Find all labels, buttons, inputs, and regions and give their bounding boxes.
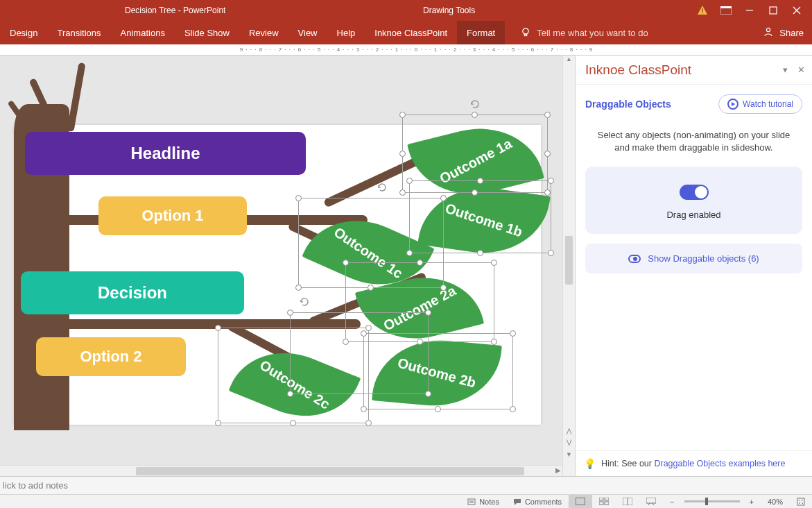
panel-description: Select any objects (non-animating) on yo… bbox=[576, 119, 812, 167]
resize-handle[interactable] bbox=[399, 112, 406, 118]
resize-handle[interactable] bbox=[491, 260, 497, 266]
scroll-down-icon[interactable]: ▼ bbox=[563, 451, 575, 462]
resize-handle[interactable] bbox=[548, 178, 554, 184]
close-icon[interactable] bbox=[791, 5, 802, 16]
tab-view[interactable]: View bbox=[288, 21, 327, 44]
maximize-icon[interactable] bbox=[768, 5, 779, 16]
resize-handle[interactable] bbox=[365, 420, 372, 426]
watch-tutorial-button[interactable]: Watch tutorial bbox=[718, 94, 802, 114]
resize-handle[interactable] bbox=[406, 178, 413, 184]
resize-handle[interactable] bbox=[510, 330, 516, 337]
scrollbar-thumb[interactable] bbox=[565, 236, 573, 285]
notes-button[interactable]: Notes bbox=[460, 495, 506, 508]
drag-enabled-toggle[interactable] bbox=[680, 185, 709, 200]
resize-handle[interactable] bbox=[287, 310, 293, 316]
zoom-level[interactable]: 40% bbox=[761, 495, 790, 508]
svg-rect-15 bbox=[605, 498, 609, 500]
comments-button[interactable]: Comments bbox=[506, 495, 569, 508]
hint-link[interactable]: Draggable Objects examples here bbox=[654, 459, 785, 468]
option1-text: Option 1 bbox=[141, 207, 203, 225]
tab-transitions[interactable]: Transitions bbox=[47, 21, 110, 44]
horizontal-scrollbar[interactable]: ▶ bbox=[0, 465, 562, 476]
rotate-handle-icon[interactable] bbox=[377, 182, 388, 193]
resize-handle[interactable] bbox=[440, 195, 447, 201]
resize-handle[interactable] bbox=[544, 112, 551, 118]
eye-icon bbox=[628, 255, 641, 263]
resize-handle[interactable] bbox=[477, 250, 483, 256]
svg-rect-20 bbox=[646, 498, 656, 503]
resize-handle[interactable] bbox=[477, 178, 483, 184]
zoom-slider-thumb[interactable] bbox=[705, 498, 708, 505]
play-icon bbox=[727, 99, 738, 110]
tab-format[interactable]: Format bbox=[457, 21, 505, 44]
resize-handle[interactable] bbox=[290, 420, 296, 426]
decision-box[interactable]: Decision bbox=[21, 271, 244, 314]
next-slide-icon[interactable]: ⋁ bbox=[563, 439, 575, 450]
option1-box[interactable]: Option 1 bbox=[98, 196, 247, 235]
fit-to-window-button[interactable] bbox=[790, 495, 812, 508]
status-bar: Notes Comments − + 40% bbox=[0, 494, 812, 508]
tab-animations[interactable]: Animations bbox=[111, 21, 175, 44]
tell-me-search[interactable]: Tell me what you want to do bbox=[520, 27, 648, 38]
hint-prefix: Hint: See our bbox=[601, 459, 654, 468]
rotate-handle-icon[interactable] bbox=[469, 99, 481, 110]
drag-enabled-label: Drag enabled bbox=[592, 210, 795, 220]
slideshow-view-button[interactable] bbox=[639, 495, 663, 508]
resize-handle[interactable] bbox=[343, 260, 349, 266]
resize-handle[interactable] bbox=[510, 406, 516, 412]
scroll-right-icon[interactable]: ▶ bbox=[555, 466, 561, 474]
reading-view-button[interactable] bbox=[616, 495, 639, 508]
rotate-handle-icon[interactable] bbox=[299, 296, 310, 307]
tab-help[interactable]: Help bbox=[327, 21, 365, 44]
option2-text: Option 2 bbox=[80, 348, 141, 366]
svg-rect-9 bbox=[525, 34, 527, 36]
panel-close-icon[interactable]: ✕ bbox=[797, 65, 805, 75]
resize-handle[interactable] bbox=[544, 151, 551, 157]
svg-rect-5 bbox=[770, 7, 777, 14]
slide-editing-area[interactable]: Headline Option 1 Decision Option 2 Outc… bbox=[0, 56, 562, 476]
svg-rect-16 bbox=[599, 502, 603, 505]
comments-icon bbox=[513, 498, 521, 506]
notes-icon bbox=[467, 498, 476, 506]
selection-box[interactable] bbox=[218, 328, 369, 423]
slide-sorter-view-button[interactable] bbox=[592, 495, 616, 508]
ribbon-display-options-icon[interactable] bbox=[720, 5, 732, 16]
tab-slideshow[interactable]: Slide Show bbox=[175, 21, 239, 44]
resize-handle[interactable] bbox=[215, 420, 221, 426]
resize-handle[interactable] bbox=[365, 325, 372, 331]
tab-review[interactable]: Review bbox=[239, 21, 288, 44]
notes-pane[interactable]: lick to add notes bbox=[0, 476, 812, 494]
resize-handle[interactable] bbox=[548, 250, 554, 256]
svg-rect-14 bbox=[599, 498, 603, 500]
warning-icon[interactable] bbox=[697, 5, 708, 16]
comments-label: Comments bbox=[525, 498, 562, 506]
scroll-up-icon[interactable]: ▲ bbox=[563, 56, 575, 67]
zoom-in-button[interactable]: + bbox=[743, 495, 761, 508]
resize-handle[interactable] bbox=[295, 285, 302, 291]
share-button[interactable]: Share bbox=[779, 28, 804, 38]
scrollbar-thumb[interactable] bbox=[136, 467, 524, 475]
resize-handle[interactable] bbox=[399, 189, 406, 196]
resize-handle[interactable] bbox=[435, 406, 441, 412]
resize-handle[interactable] bbox=[399, 151, 406, 157]
resize-handle[interactable] bbox=[417, 260, 423, 266]
zoom-out-button[interactable]: − bbox=[663, 495, 681, 508]
resize-handle[interactable] bbox=[425, 310, 431, 316]
show-draggable-objects-button[interactable]: Show Draggable objects (6) bbox=[585, 244, 802, 273]
prev-slide-icon[interactable]: ⋀ bbox=[563, 427, 575, 439]
resize-handle[interactable] bbox=[215, 325, 221, 331]
normal-view-button[interactable] bbox=[569, 495, 592, 508]
resize-handle[interactable] bbox=[472, 112, 478, 118]
zoom-slider[interactable] bbox=[684, 500, 740, 502]
minimize-icon[interactable] bbox=[744, 5, 755, 16]
tab-inknoe-classpoint[interactable]: Inknoe ClassPoint bbox=[365, 21, 457, 44]
tree-branch-shape[interactable] bbox=[67, 62, 85, 132]
panel-menu-icon[interactable]: ▾ bbox=[783, 65, 788, 75]
headline-box[interactable]: Headline bbox=[25, 132, 306, 175]
vertical-scrollbar[interactable]: ▲ ⋀ ⋁ ▼ bbox=[562, 56, 575, 476]
tab-design[interactable]: Design bbox=[0, 21, 47, 44]
selection-box[interactable] bbox=[363, 333, 513, 409]
option2-box[interactable]: Option 2 bbox=[36, 337, 186, 376]
resize-handle[interactable] bbox=[295, 195, 302, 201]
normal-view-icon bbox=[576, 498, 585, 505]
